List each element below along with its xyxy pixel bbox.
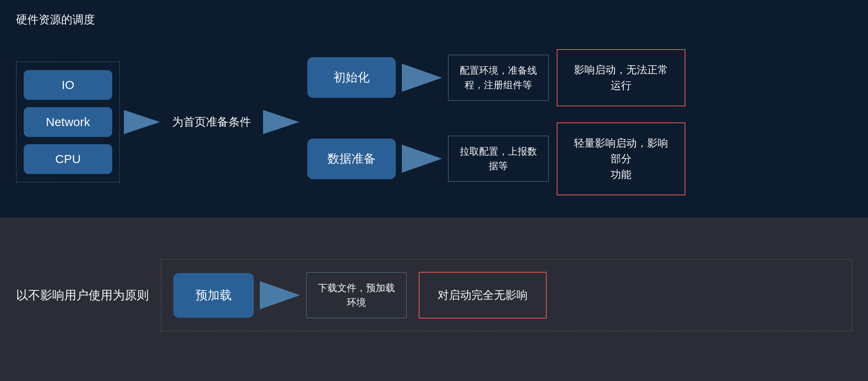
arrow-data-desc (402, 145, 442, 173)
desc-data: 拉取配置，上报数 据等 (448, 136, 549, 182)
bottom-section: 以不影响用户使用为原则 预加载 下载文件，预加载 环境 对启动完全无影响 (0, 217, 868, 381)
impact-init: 影响启动，无法正常运行 (557, 49, 685, 106)
bottom-flow-group: 预加载 下载文件，预加载 环境 对启动完全无影响 (161, 259, 852, 331)
middle-label: 为首页准备条件 (172, 114, 251, 130)
desc-init: 配置环境，准备线 程，注册组件等 (448, 55, 549, 101)
top-title: 硬件资源的调度 (16, 12, 852, 27)
impact-data: 轻量影响启动，影响部分 功能 (557, 122, 685, 195)
arrow-label-to-flow (263, 110, 299, 134)
top-diagram: IO Network CPU 为首页准备条件 初始化 配置环境，准备线 程，注册… (16, 39, 852, 205)
bottom-diagram: 以不影响用户使用为原则 预加载 下载文件，预加载 环境 对启动完全无影响 (16, 230, 852, 361)
arrow-preload-desc (260, 281, 300, 309)
flow-container: 初始化 配置环境，准备线 程，注册组件等 影响启动，无法正常运行 数据准备 拉取… (307, 49, 685, 195)
arrow-init-desc (402, 64, 442, 92)
flow-row-init: 初始化 配置环境，准备线 程，注册组件等 影响启动，无法正常运行 (307, 49, 685, 106)
arrow-resources-to-label (124, 110, 160, 134)
flow-row-data: 数据准备 拉取配置，上报数 据等 轻量影响启动，影响部分 功能 (307, 122, 685, 195)
process-data: 数据准备 (307, 139, 396, 179)
impact-preload: 对启动完全无影响 (419, 272, 547, 319)
top-section: 硬件资源的调度 IO Network CPU 为首页准备条件 初始化 配置环境，… (0, 0, 868, 217)
process-init: 初始化 (307, 57, 396, 98)
desc-preload: 下载文件，预加载 环境 (306, 272, 407, 318)
process-preload: 预加载 (173, 273, 254, 318)
resource-network: Network (24, 107, 112, 137)
resource-cpu: CPU (24, 144, 112, 174)
bottom-label: 以不影响用户使用为原则 (16, 287, 149, 304)
resource-group: IO Network CPU (16, 62, 120, 182)
resource-io: IO (24, 70, 112, 100)
